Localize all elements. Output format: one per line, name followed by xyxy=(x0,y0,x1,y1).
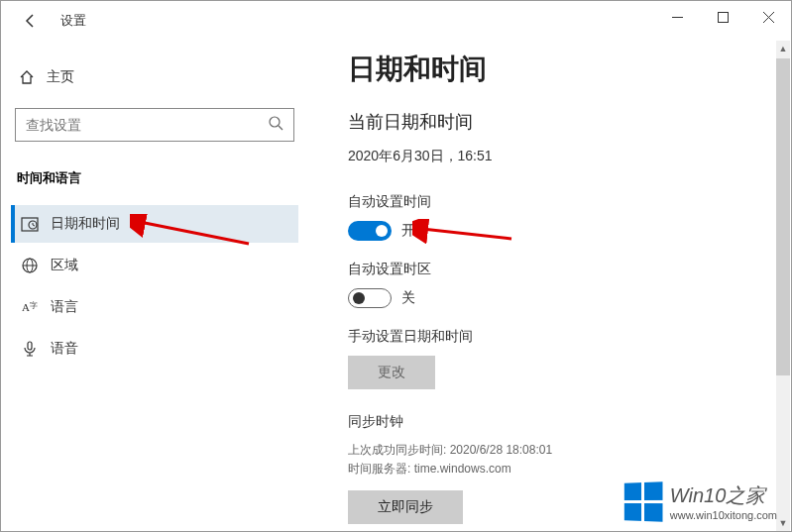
svg-point-4 xyxy=(270,117,280,127)
watermark: Win10之家 www.win10xitong.com xyxy=(623,482,777,521)
change-button[interactable]: 更改 xyxy=(348,356,435,389)
search-box[interactable] xyxy=(15,108,294,142)
scrollbar[interactable]: ▲ ▼ xyxy=(776,41,790,531)
auto-timezone-toggle[interactable] xyxy=(348,288,392,308)
svg-rect-1 xyxy=(718,12,728,22)
sidebar-item-speech[interactable]: 语音 xyxy=(11,330,298,368)
search-icon xyxy=(268,115,283,135)
language-icon: A字 xyxy=(21,298,51,316)
scrollbar-thumb[interactable] xyxy=(776,58,790,375)
minimize-icon xyxy=(672,12,683,23)
microphone-icon xyxy=(21,340,51,358)
svg-rect-13 xyxy=(28,342,32,350)
sync-info: 上次成功同步时间: 2020/6/28 18:08:01 时间服务器: time… xyxy=(348,441,761,479)
current-datetime-value: 2020年6月30日，16:51 xyxy=(348,148,761,165)
sidebar-item-datetime[interactable]: 日期和时间 xyxy=(11,205,298,243)
sidebar-item-label: 语音 xyxy=(51,340,78,358)
watermark-url: www.win10xitong.com xyxy=(670,509,777,521)
sync-now-button[interactable]: 立即同步 xyxy=(348,490,463,524)
current-datetime-label: 当前日期和时间 xyxy=(348,110,761,134)
arrow-left-icon xyxy=(23,13,39,29)
sidebar-section-header: 时间和语言 xyxy=(11,161,298,205)
sidebar-item-region[interactable]: 区域 xyxy=(11,247,298,284)
auto-timezone-label: 自动设置时区 xyxy=(348,261,761,278)
sidebar-item-label: 语言 xyxy=(51,298,78,316)
home-nav-item[interactable]: 主页 xyxy=(11,60,298,94)
sidebar-item-label: 日期和时间 xyxy=(51,215,120,233)
windows-logo-icon xyxy=(624,481,663,521)
auto-timezone-state: 关 xyxy=(401,289,415,307)
window-controls xyxy=(654,1,791,33)
watermark-brand: Win10之家 xyxy=(670,482,777,509)
auto-time-state: 开 xyxy=(401,222,415,240)
sync-server: 时间服务器: time.windows.com xyxy=(348,460,761,479)
app-title: 设置 xyxy=(60,12,86,30)
svg-text:A: A xyxy=(22,301,30,313)
sidebar: 主页 时间和语言 日期和时间 区域 A字 语言 xyxy=(1,41,308,531)
minimize-button[interactable] xyxy=(654,1,700,33)
auto-time-toggle[interactable] xyxy=(348,221,392,241)
manual-datetime-label: 手动设置日期和时间 xyxy=(348,328,761,346)
content-area: 日期和时间 当前日期和时间 2020年6月30日，16:51 自动设置时间 开 … xyxy=(308,41,791,531)
auto-time-label: 自动设置时间 xyxy=(348,193,761,211)
home-icon xyxy=(19,69,47,85)
svg-text:字: 字 xyxy=(30,301,38,310)
globe-icon xyxy=(21,257,51,274)
maximize-icon xyxy=(718,12,729,23)
scroll-up-arrow[interactable]: ▲ xyxy=(776,41,790,56)
clock-icon xyxy=(21,215,51,233)
back-button[interactable] xyxy=(11,1,51,41)
sync-clock-title: 同步时钟 xyxy=(348,413,761,431)
scroll-down-arrow[interactable]: ▼ xyxy=(776,515,790,531)
sync-last-time: 上次成功同步时间: 2020/6/28 18:08:01 xyxy=(348,441,761,460)
sidebar-item-label: 区域 xyxy=(51,257,78,274)
home-label: 主页 xyxy=(47,68,74,86)
svg-rect-6 xyxy=(22,218,38,231)
close-button[interactable] xyxy=(745,1,791,33)
sidebar-item-language[interactable]: A字 语言 xyxy=(11,288,298,326)
page-title: 日期和时间 xyxy=(348,51,761,88)
search-input[interactable] xyxy=(26,117,268,133)
maximize-button[interactable] xyxy=(700,1,745,33)
svg-line-5 xyxy=(279,126,283,130)
close-icon xyxy=(763,12,774,23)
